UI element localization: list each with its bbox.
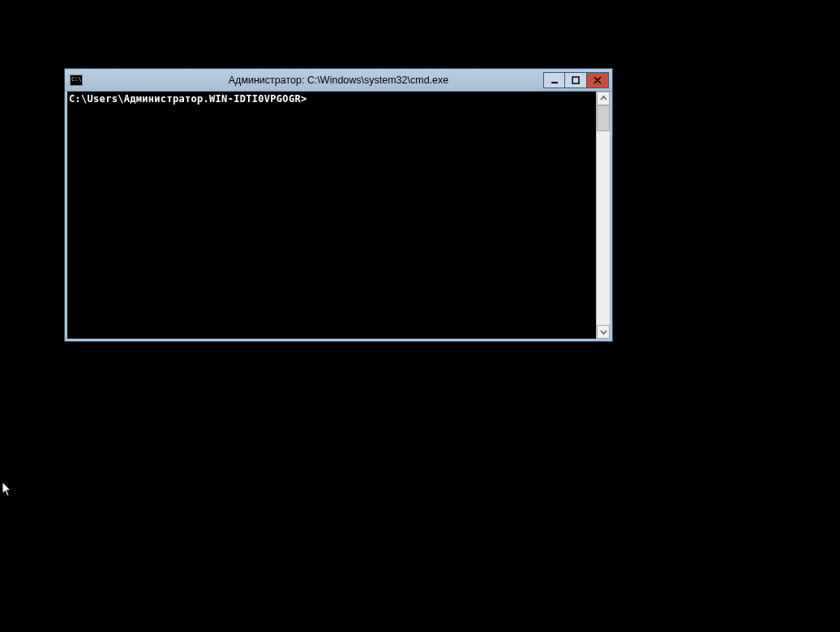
- svg-rect-0: [551, 82, 558, 83]
- maximize-button[interactable]: [565, 72, 587, 88]
- scroll-up-button[interactable]: [597, 92, 610, 105]
- window-title: Администратор: C:\Windows\system32\cmd.e…: [65, 75, 612, 86]
- chevron-up-icon: [600, 95, 607, 102]
- cmd-icon: C:\: [70, 75, 83, 86]
- scroll-thumb[interactable]: [597, 105, 610, 131]
- close-icon: [594, 76, 602, 84]
- desktop: hserv.su C:\ Администратор: C:\Windows\s…: [0, 0, 840, 632]
- cmd-window[interactable]: C:\ Администратор: C:\Windows\system32\c…: [64, 68, 613, 342]
- minimize-icon: [551, 76, 559, 84]
- minimize-button[interactable]: [543, 72, 565, 88]
- scroll-track[interactable]: [597, 105, 610, 325]
- console-output[interactable]: C:\Users\Администратор.WIN-IDTI0VPGOGR>: [67, 92, 596, 339]
- window-controls: [543, 72, 609, 88]
- mouse-cursor: [2, 481, 13, 497]
- chevron-down-icon: [600, 328, 607, 335]
- svg-rect-1: [572, 77, 579, 83]
- close-button[interactable]: [587, 72, 609, 88]
- vertical-scrollbar[interactable]: [596, 92, 610, 339]
- maximize-icon: [572, 76, 580, 84]
- scroll-down-button[interactable]: [597, 325, 610, 339]
- titlebar[interactable]: C:\ Администратор: C:\Windows\system32\c…: [65, 69, 612, 92]
- client-area: C:\Users\Администратор.WIN-IDTI0VPGOGR>: [65, 92, 612, 341]
